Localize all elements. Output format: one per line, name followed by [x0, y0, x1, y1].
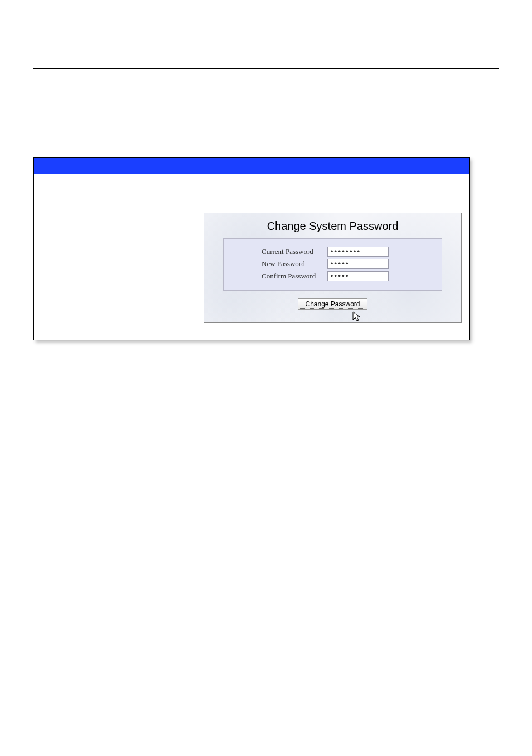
horizontal-rule-bottom [33, 664, 499, 664]
screenshot-window: Change System Password Current Password … [33, 157, 470, 340]
label-current-password: Current Password [262, 247, 327, 256]
content-area: Change System Password Current Password … [34, 174, 469, 340]
row-new-password: New Password ••••• [224, 258, 442, 270]
password-form: Current Password •••••••• New Password •… [223, 238, 442, 291]
row-confirm-password: Confirm Password ••••• [224, 270, 442, 282]
label-new-password: New Password [262, 259, 327, 268]
input-new-password[interactable]: ••••• [327, 259, 389, 269]
label-confirm-password: Confirm Password [262, 272, 327, 281]
input-current-password[interactable]: •••••••• [327, 247, 389, 257]
change-password-button[interactable]: Change Password [298, 298, 367, 310]
change-password-panel: Change System Password Current Password … [204, 213, 462, 323]
input-confirm-password[interactable]: ••••• [327, 271, 389, 281]
row-current-password: Current Password •••••••• [224, 245, 442, 258]
panel-title: Change System Password [204, 213, 461, 238]
horizontal-rule-top [33, 68, 499, 69]
title-bar [34, 158, 469, 174]
